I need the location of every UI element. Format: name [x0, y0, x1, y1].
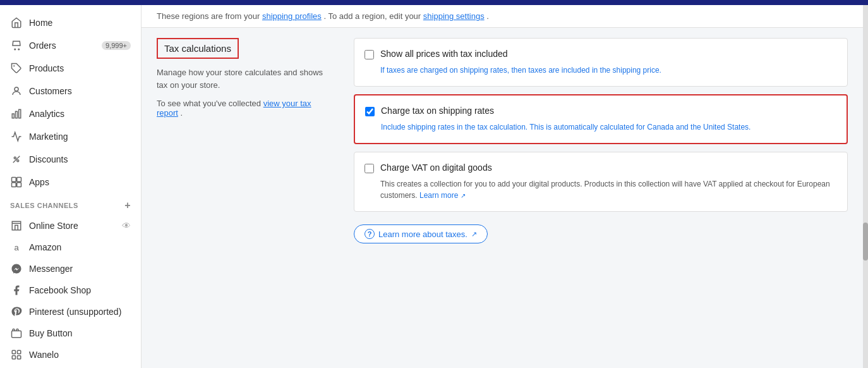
customers-icon	[10, 85, 23, 97]
charge-tax-shipping-desc: Include shipping rates in the tax calcul…	[381, 121, 836, 133]
sidebar: Home Orders 9,999+ Products Customers An…	[0, 5, 142, 368]
charge-vat-digital-checkbox[interactable]	[365, 164, 374, 173]
sidebar-item-buzzfeed[interactable]: BF BuzzFeed	[0, 365, 141, 368]
eye-icon[interactable]: 👁	[122, 221, 131, 231]
shipping-settings-link[interactable]: shipping settings	[423, 11, 485, 21]
svg-rect-12	[12, 183, 16, 187]
sidebar-item-pinterest[interactable]: Pinterest (unsupported)	[0, 301, 141, 322]
add-channel-icon[interactable]: +	[124, 200, 131, 211]
sidebar-item-messenger[interactable]: Messenger	[0, 258, 141, 279]
svg-rect-14	[12, 331, 21, 338]
sidebar-item-amazon[interactable]: a Amazon	[0, 236, 141, 258]
question-circle-icon: ?	[365, 229, 375, 239]
sidebar-item-home[interactable]: Home	[0, 11, 141, 34]
checkbox-row-3: Charge VAT on digital goods	[365, 163, 837, 173]
buy-button-icon	[10, 327, 23, 340]
sales-channels-header: SALES CHANNELS +	[0, 193, 141, 215]
channel-label-online-store: Online Store	[29, 221, 78, 231]
sidebar-label-discounts: Discounts	[29, 154, 68, 164]
card-show-prices-tax: Show all prices with tax included If tax…	[354, 38, 848, 87]
charge-tax-shipping-checkbox[interactable]	[365, 107, 375, 116]
svg-point-7	[14, 157, 16, 159]
learn-more-taxes-button[interactable]: ? Learn more about taxes. ↗	[354, 224, 488, 243]
wanelo-icon	[10, 348, 23, 361]
channel-label-amazon: Amazon	[29, 242, 61, 252]
left-section: Tax calculations Manage how your store c…	[157, 38, 334, 243]
sidebar-label-analytics: Analytics	[29, 109, 64, 119]
sidebar-label-home: Home	[29, 18, 52, 28]
svg-rect-6	[19, 109, 21, 118]
discounts-icon	[10, 153, 23, 166]
sidebar-item-discounts[interactable]: Discounts	[0, 148, 141, 171]
info-text-mid: . To add a region, edit your	[323, 11, 423, 21]
card-charge-tax-shipping: Charge tax on shipping rates Include shi…	[354, 94, 848, 144]
main-content: These regions are from your shipping pro…	[142, 5, 863, 368]
svg-rect-18	[18, 356, 21, 359]
svg-point-3	[15, 87, 18, 91]
learn-more-taxes-label: Learn more about taxes.	[378, 230, 467, 239]
section-desc: Manage how your store calculates and sho…	[157, 66, 334, 91]
svg-rect-13	[17, 183, 21, 187]
apps-icon	[10, 176, 23, 188]
sidebar-item-apps[interactable]: Apps	[0, 171, 141, 193]
info-text-end: .	[486, 11, 489, 21]
facebook-icon	[10, 284, 23, 297]
shipping-profiles-link[interactable]: shipping profiles	[262, 11, 322, 21]
sidebar-item-buy-button[interactable]: Buy Button	[0, 322, 141, 344]
external-icon: ↗	[471, 230, 477, 238]
learn-more-taxes-container: ? Learn more about taxes. ↗	[354, 219, 848, 243]
svg-rect-11	[17, 178, 21, 182]
show-prices-tax-label: Show all prices with tax included	[380, 49, 508, 59]
svg-point-2	[13, 65, 15, 66]
home-icon	[10, 16, 23, 29]
charge-vat-digital-desc: This creates a collection for you to add…	[380, 178, 837, 201]
sidebar-label-customers: Customers	[29, 86, 72, 96]
amazon-icon: a	[10, 241, 23, 254]
checkbox-row-2: Charge tax on shipping rates	[365, 106, 836, 116]
right-section: Show all prices with tax included If tax…	[354, 38, 848, 243]
sidebar-item-marketing[interactable]: Marketing	[0, 125, 141, 148]
sidebar-item-online-store[interactable]: Online Store 👁	[0, 215, 141, 236]
sidebar-item-customers[interactable]: Customers	[0, 80, 141, 102]
channel-label-facebook-shop: Facebook Shop	[29, 285, 91, 295]
sidebar-item-wanelo[interactable]: Wanelo	[0, 344, 141, 365]
orders-badge: 9,999+	[102, 41, 131, 50]
section-title-box: Tax calculations	[157, 38, 239, 59]
sidebar-label-orders: Orders	[29, 40, 56, 51]
svg-rect-17	[12, 356, 15, 359]
link-prefix: To see what you've collected	[157, 99, 263, 108]
products-icon	[10, 62, 23, 75]
analytics-icon	[10, 107, 23, 120]
svg-rect-4	[12, 114, 14, 118]
top-bar	[0, 0, 868, 5]
sidebar-label-apps: Apps	[29, 177, 49, 187]
svg-rect-16	[18, 350, 21, 353]
charge-vat-digital-label: Charge VAT on digital goods	[380, 163, 492, 173]
online-store-icon	[10, 219, 23, 232]
svg-point-0	[15, 49, 16, 50]
show-prices-tax-checkbox[interactable]	[365, 50, 374, 59]
sidebar-item-facebook-shop[interactable]: Facebook Shop	[0, 279, 141, 301]
card-charge-vat-digital: Charge VAT on digital goods This creates…	[354, 152, 848, 212]
sales-channels-label: SALES CHANNELS	[10, 202, 78, 209]
svg-point-8	[17, 160, 19, 162]
sidebar-label-products: Products	[29, 63, 64, 73]
sidebar-item-products[interactable]: Products	[0, 57, 141, 80]
charge-tax-shipping-label: Charge tax on shipping rates	[381, 106, 494, 116]
right-scrollbar[interactable]	[863, 5, 868, 368]
svg-point-1	[18, 49, 20, 50]
section-title: Tax calculations	[164, 43, 231, 54]
channel-label-pinterest: Pinterest (unsupported)	[29, 307, 121, 317]
channel-label-buy-button: Buy Button	[29, 328, 73, 338]
messenger-icon	[10, 262, 23, 275]
sidebar-item-analytics[interactable]: Analytics	[0, 102, 141, 125]
learn-more-vat-link[interactable]: Learn more ↗	[419, 191, 466, 200]
sidebar-label-marketing: Marketing	[29, 132, 68, 142]
channel-label-messenger: Messenger	[29, 264, 73, 274]
sidebar-item-orders[interactable]: Orders 9,999+	[0, 34, 141, 57]
info-text-prefix: These regions are from your	[157, 11, 262, 21]
scrollbar-thumb	[863, 223, 868, 261]
svg-rect-15	[12, 350, 15, 353]
channel-label-wanelo: Wanelo	[29, 350, 59, 360]
svg-rect-10	[12, 178, 16, 182]
